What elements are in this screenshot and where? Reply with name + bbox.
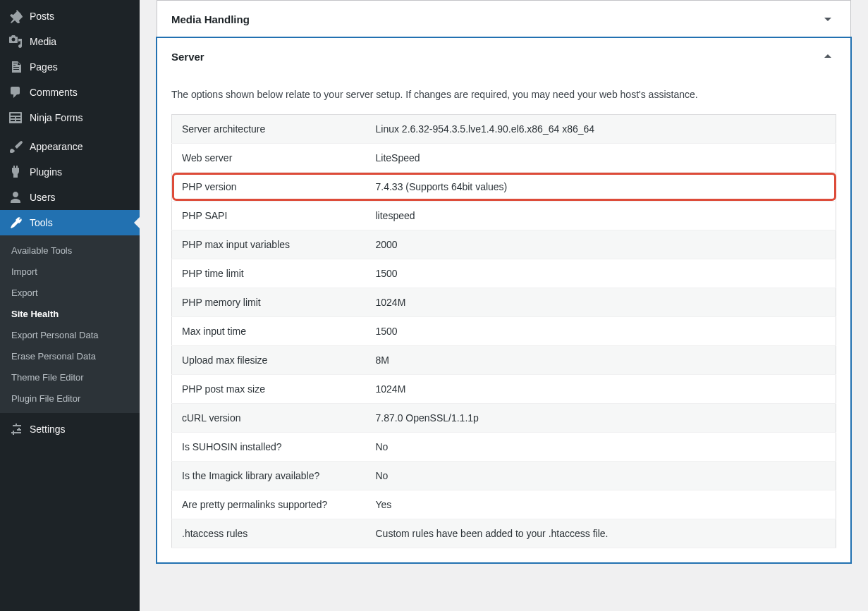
submenu-label: Theme File Editor <box>11 372 84 383</box>
submenu-item-available-tools[interactable]: Available Tools <box>0 240 140 261</box>
submenu-item-export[interactable]: Export <box>0 282 140 303</box>
row-value: 1500 <box>366 317 836 346</box>
table-row: Web serverLiteSpeed <box>172 144 836 173</box>
table-row: Server architectureLinux 2.6.32-954.3.5.… <box>172 115 836 144</box>
table-row: Is SUHOSIN installed?No <box>172 433 836 462</box>
row-value: litespeed <box>366 202 836 230</box>
sidebar-item-posts[interactable]: Posts <box>0 4 140 29</box>
sidebar-item-label: Posts <box>30 11 54 22</box>
plug-icon <box>8 165 23 179</box>
row-label: Server architecture <box>172 115 366 144</box>
submenu-item-plugin-file-editor[interactable]: Plugin File Editor <box>0 388 140 409</box>
sidebar-item-label: Ninja Forms <box>30 112 82 123</box>
table-row: PHP version7.4.33 (Supports 64bit values… <box>172 173 836 202</box>
table-row: Upload max filesize8M <box>172 346 836 375</box>
sidebar-item-settings[interactable]: Settings <box>0 416 140 442</box>
sidebar-item-media[interactable]: Media <box>0 29 140 54</box>
submenu-label: Plugin File Editor <box>11 393 80 404</box>
row-label: PHP SAPI <box>172 202 366 230</box>
panel-server-toggle[interactable]: Server <box>157 38 850 75</box>
sidebar-item-pages[interactable]: Pages <box>0 54 140 80</box>
row-label: cURL version <box>172 404 366 433</box>
row-label: PHP max input variables <box>172 230 366 259</box>
pages-icon <box>8 60 23 74</box>
tools-submenu: Available Tools Import Export Site Healt… <box>0 235 140 413</box>
row-value: 2000 <box>366 230 836 259</box>
panel-title: Server <box>171 51 204 63</box>
submenu-label: Erase Personal Data <box>11 351 96 362</box>
table-row: PHP post max size1024M <box>172 375 836 404</box>
row-value: Custom rules have been added to your .ht… <box>366 519 836 548</box>
row-label: Max input time <box>172 317 366 346</box>
sidebar-item-comments[interactable]: Comments <box>0 80 140 105</box>
row-label: PHP time limit <box>172 259 366 288</box>
sliders-icon <box>8 422 23 436</box>
row-value: No <box>366 462 836 490</box>
sidebar-item-label: Pages <box>30 61 58 73</box>
panel-server: Server The options shown below relate to… <box>157 37 851 563</box>
table-row: .htaccess rulesCustom rules have been ad… <box>172 519 836 548</box>
main-content: Media Handling Server The options shown … <box>140 0 868 611</box>
sidebar-item-label: Settings <box>30 424 66 435</box>
row-label: Web server <box>172 144 366 173</box>
sidebar-item-tools[interactable]: Tools <box>0 210 140 235</box>
row-value: 1024M <box>366 288 836 317</box>
row-label: Are pretty permalinks supported? <box>172 490 366 519</box>
submenu-item-erase-personal-data[interactable]: Erase Personal Data <box>0 345 140 366</box>
row-value: 1024M <box>366 375 836 404</box>
submenu-label: Site Health <box>11 309 59 319</box>
sidebar-item-label: Comments <box>30 87 78 98</box>
row-label: .htaccess rules <box>172 519 366 548</box>
table-row: PHP max input variables2000 <box>172 230 836 259</box>
row-label: Upload max filesize <box>172 346 366 375</box>
table-row: cURL version7.87.0 OpenSSL/1.1.1p <box>172 404 836 433</box>
brush-icon <box>8 140 23 154</box>
sidebar-item-plugins[interactable]: Plugins <box>0 159 140 185</box>
table-row: PHP memory limit1024M <box>172 288 836 317</box>
row-value: Yes <box>366 490 836 519</box>
panel-media-handling: Media Handling <box>157 0 851 38</box>
media-icon <box>8 35 23 49</box>
user-icon <box>8 190 23 204</box>
feedback-icon <box>8 111 23 125</box>
sidebar-item-label: Plugins <box>30 166 62 178</box>
table-row: PHP SAPIlitespeed <box>172 202 836 230</box>
admin-sidebar: Posts Media Pages Comments Ninja Forms A… <box>0 0 140 611</box>
panel-server-description: The options shown below relate to your s… <box>171 75 836 114</box>
submenu-label: Import <box>11 266 37 277</box>
sidebar-item-appearance[interactable]: Appearance <box>0 134 140 159</box>
row-label: Is SUHOSIN installed? <box>172 433 366 462</box>
table-row: Max input time1500 <box>172 317 836 346</box>
sidebar-item-ninja-forms[interactable]: Ninja Forms <box>0 105 140 130</box>
chevron-down-icon <box>819 11 836 27</box>
row-value: 7.4.33 (Supports 64bit values) <box>366 173 836 202</box>
row-label: Is the Imagick library available? <box>172 462 366 490</box>
panel-media-handling-toggle[interactable]: Media Handling <box>157 1 850 37</box>
comment-icon <box>8 85 23 99</box>
sidebar-item-users[interactable]: Users <box>0 185 140 210</box>
submenu-item-theme-file-editor[interactable]: Theme File Editor <box>0 366 140 388</box>
sidebar-item-label: Media <box>30 36 56 47</box>
row-value: Linux 2.6.32-954.3.5.lve1.4.90.el6.x86_6… <box>366 115 836 144</box>
sidebar-item-label: Appearance <box>30 141 83 152</box>
row-label: PHP memory limit <box>172 288 366 317</box>
row-label: PHP version <box>172 173 366 202</box>
sidebar-item-label: Tools <box>30 217 53 228</box>
row-value: LiteSpeed <box>366 144 836 173</box>
row-value: 7.87.0 OpenSSL/1.1.1p <box>366 404 836 433</box>
submenu-label: Export <box>11 288 38 298</box>
submenu-label: Available Tools <box>11 245 72 256</box>
table-row: Is the Imagick library available?No <box>172 462 836 490</box>
table-row: Are pretty permalinks supported?Yes <box>172 490 836 519</box>
chevron-up-icon <box>819 48 836 65</box>
wrench-icon <box>8 216 23 230</box>
row-value: 1500 <box>366 259 836 288</box>
sidebar-item-label: Users <box>30 192 56 203</box>
panel-title: Media Handling <box>171 13 250 25</box>
table-row: PHP time limit1500 <box>172 259 836 288</box>
server-info-table: Server architectureLinux 2.6.32-954.3.5.… <box>171 114 836 548</box>
pushpin-icon <box>8 9 23 23</box>
submenu-item-site-health[interactable]: Site Health <box>0 303 140 324</box>
submenu-item-export-personal-data[interactable]: Export Personal Data <box>0 324 140 345</box>
submenu-item-import[interactable]: Import <box>0 261 140 282</box>
